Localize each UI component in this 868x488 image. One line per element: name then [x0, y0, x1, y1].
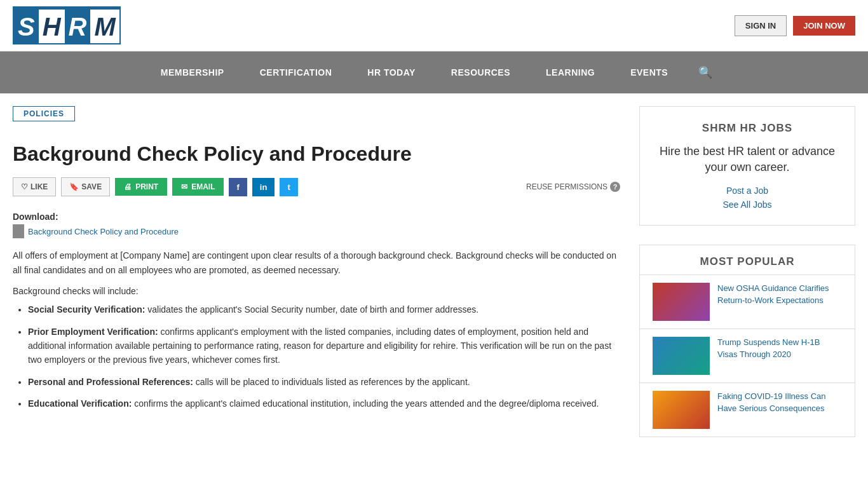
popular-item-2: Faking COVID-19 Illness Can Have Serious… — [640, 383, 855, 437]
list-item-bold-0: Social Security Verification: — [28, 304, 145, 315]
like-label: LIKE — [31, 182, 48, 191]
most-popular-title: MOST POPULAR — [640, 245, 855, 274]
post-a-job-link[interactable]: Post a Job — [653, 186, 842, 196]
logo-r: R — [65, 8, 91, 44]
save-label: SAVE — [81, 182, 102, 191]
like-button[interactable]: ♡ LIKE — [13, 177, 56, 196]
popular-title-2[interactable]: Faking COVID-19 Illness Can Have Serious… — [717, 391, 842, 414]
download-link[interactable]: Background Check Policy and Procedure — [13, 224, 620, 238]
nav-item-membership[interactable]: MEMBERSHIP — [143, 53, 242, 92]
popular-item-0: New OSHA Guidance Clarifies Return-to-Wo… — [640, 274, 855, 329]
nav-items: MEMBERSHIP CERTIFICATION HR TODAY RESOUR… — [143, 51, 725, 93]
reuse-permissions[interactable]: REUSE PERMISSIONS ? — [526, 182, 620, 192]
download-link-text: Background Check Policy and Procedure — [28, 227, 179, 236]
download-section: Download: Background Check Policy and Pr… — [13, 212, 620, 238]
download-label: Download: — [13, 212, 620, 222]
popular-thumb-2 — [653, 391, 710, 429]
logo-h: H — [39, 8, 65, 44]
list-item-text-0: validates the applicant's Social Securit… — [147, 304, 478, 315]
sidebar: SHRM HR JOBS Hire the best HR talent or … — [639, 106, 855, 456]
list-item-text-3: confirms the applicant's claimed educati… — [134, 398, 599, 409]
policies-tag[interactable]: POLICIES — [13, 106, 75, 121]
list-item-bold-2: Personal and Professional References: — [28, 377, 193, 387]
header-actions: SIGN IN JOIN NOW — [735, 15, 855, 36]
logo-s: S — [14, 8, 39, 44]
heart-icon: ♡ — [21, 182, 28, 191]
hr-jobs-description: Hire the best HR talent or advance your … — [653, 144, 842, 175]
list-item-bold-1: Prior Employment Verification: — [28, 327, 158, 337]
main-navigation: MEMBERSHIP CERTIFICATION HR TODAY RESOUR… — [0, 51, 868, 93]
linkedin-button[interactable]: in — [252, 178, 275, 196]
nav-item-events[interactable]: EVENTS — [613, 53, 686, 92]
email-button[interactable]: ✉ EMAIL — [172, 178, 224, 196]
print-label: PRINT — [135, 182, 158, 191]
twitter-button[interactable]: t — [280, 178, 297, 196]
shrm-logo[interactable]: S H R M — [13, 6, 121, 44]
nav-item-learning[interactable]: LEARNING — [528, 53, 613, 92]
list-item: Prior Employment Verification: confirms … — [28, 325, 620, 367]
nav-item-hr-today[interactable]: HR TODAY — [349, 53, 433, 92]
list-item-text-2: calls will be placed to individuals list… — [196, 377, 470, 387]
join-button[interactable]: JOIN NOW — [793, 16, 855, 36]
list-item: Educational Verification: confirms the a… — [28, 396, 620, 410]
popular-title-0[interactable]: New OSHA Guidance Clarifies Return-to-Wo… — [717, 283, 842, 306]
sidebar-links: Post a Job See All Jobs — [653, 186, 842, 210]
email-icon: ✉ — [181, 182, 187, 191]
article-list-intro: Background checks will include: — [13, 286, 620, 296]
article-title: Background Check Policy and Procedure — [13, 142, 620, 166]
see-all-jobs-link[interactable]: See All Jobs — [653, 200, 842, 210]
save-button[interactable]: 🔖 SAVE — [61, 177, 110, 196]
document-icon — [13, 224, 24, 238]
info-icon: ? — [610, 182, 620, 192]
article-list: Social Security Verification: validates … — [13, 302, 620, 410]
article-intro: All offers of employment at [Company Nam… — [13, 248, 620, 277]
nav-item-certification[interactable]: CERTIFICATION — [242, 53, 350, 92]
search-icon[interactable]: 🔍 — [686, 51, 725, 93]
list-item: Personal and Professional References: ca… — [28, 375, 620, 389]
popular-item-1: Trump Suspends New H-1B Visas Through 20… — [640, 329, 855, 383]
print-icon: 🖨 — [124, 182, 132, 191]
facebook-icon: f — [236, 182, 239, 192]
bookmark-icon: 🔖 — [69, 182, 79, 191]
page-content: POLICIES Background Check Policy and Pro… — [0, 93, 868, 469]
popular-title-1[interactable]: Trump Suspends New H-1B Visas Through 20… — [717, 337, 842, 360]
list-item: Social Security Verification: validates … — [28, 302, 620, 316]
twitter-icon: t — [287, 182, 290, 192]
logo-m: M — [90, 8, 119, 44]
action-bar: ♡ LIKE 🔖 SAVE 🖨 PRINT ✉ EMAIL f in — [13, 177, 620, 196]
sidebar-most-popular: MOST POPULAR New OSHA Guidance Clarifies… — [639, 245, 855, 437]
list-item-bold-3: Educational Verification: — [28, 398, 132, 409]
sign-in-button[interactable]: SIGN IN — [735, 15, 787, 36]
linkedin-icon: in — [260, 182, 268, 192]
popular-thumb-1 — [653, 337, 710, 375]
email-label: EMAIL — [191, 182, 215, 191]
page-header: S H R M SIGN IN JOIN NOW — [0, 0, 868, 51]
popular-thumb-0 — [653, 283, 710, 321]
print-button[interactable]: 🖨 PRINT — [115, 178, 167, 196]
article-area: POLICIES Background Check Policy and Pro… — [13, 106, 620, 456]
hr-jobs-title: SHRM HR JOBS — [653, 122, 842, 135]
facebook-button[interactable]: f — [229, 178, 247, 196]
reuse-permissions-label: REUSE PERMISSIONS — [526, 182, 607, 191]
sidebar-hr-jobs: SHRM HR JOBS Hire the best HR talent or … — [639, 106, 855, 226]
nav-item-resources[interactable]: RESOURCES — [433, 53, 528, 92]
